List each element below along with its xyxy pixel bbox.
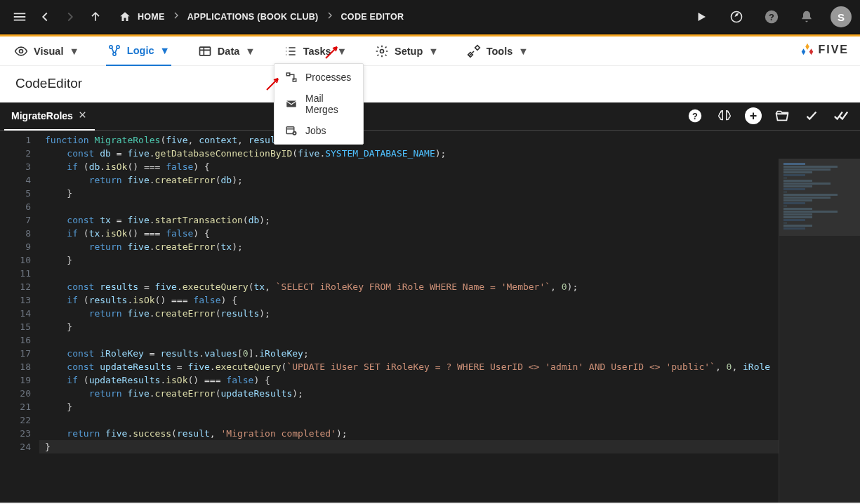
svg-point-14 bbox=[293, 133, 295, 134]
dropdown-label: Jobs bbox=[305, 125, 326, 136]
svg-rect-9 bbox=[286, 73, 290, 76]
help-icon[interactable]: ? bbox=[760, 6, 783, 28]
editor-tabs: MigrateRoles ? + bbox=[0, 102, 860, 131]
menu-label: Data bbox=[218, 46, 239, 57]
eye-icon bbox=[14, 44, 28, 58]
help-icon[interactable]: ? bbox=[686, 107, 704, 125]
page-title: CodeEditor bbox=[0, 66, 860, 102]
up-icon[interactable] bbox=[84, 6, 107, 28]
breadcrumb-applications[interactable]: APPLICATIONS (BOOK CLUB) bbox=[187, 12, 319, 22]
tab-label: MigrateRoles bbox=[11, 110, 73, 121]
code-content[interactable]: function MigrateRoles(five, context, res… bbox=[39, 131, 860, 503]
caret-down-icon: ▼ bbox=[245, 46, 255, 57]
dropdown-item-mail-merges[interactable]: Mail Merges bbox=[274, 91, 363, 117]
forward-icon bbox=[59, 6, 81, 28]
menu-label: Tasks bbox=[303, 46, 331, 57]
avatar[interactable]: S bbox=[831, 6, 852, 27]
menu-visual[interactable]: Visual ▼ bbox=[13, 37, 81, 66]
logo: FIVE bbox=[800, 42, 849, 58]
menu-label: Visual bbox=[34, 46, 63, 57]
close-icon[interactable] bbox=[77, 110, 88, 122]
caret-down-icon: ▼ bbox=[428, 46, 438, 57]
line-gutter: 123456789101112131415161718192021222324 bbox=[0, 131, 39, 503]
svg-point-3 bbox=[20, 49, 23, 53]
add-button[interactable]: + bbox=[745, 107, 762, 124]
breadcrumb-home[interactable]: HOME bbox=[138, 12, 165, 22]
menu-tools[interactable]: Tools ▼ bbox=[465, 37, 530, 66]
menu-tasks[interactable]: Tasks ▼ bbox=[282, 37, 348, 66]
process-icon bbox=[284, 71, 298, 84]
list-icon bbox=[284, 44, 298, 58]
caret-down-icon: ▼ bbox=[337, 46, 347, 57]
caret-down-icon: ▼ bbox=[69, 46, 79, 57]
editor-actions: ? + bbox=[686, 107, 850, 125]
menu-logic[interactable]: Logic ▼ bbox=[106, 37, 171, 66]
svg-point-8 bbox=[381, 49, 384, 53]
gear-icon bbox=[375, 44, 389, 58]
explore-icon[interactable] bbox=[725, 6, 748, 28]
caret-down-icon: ▼ bbox=[518, 46, 528, 57]
chevron-right-icon bbox=[324, 10, 336, 24]
breadcrumb-code-editor[interactable]: CODE EDITOR bbox=[341, 12, 404, 22]
wrench-icon bbox=[467, 44, 481, 58]
back-icon[interactable] bbox=[34, 6, 56, 28]
minimap[interactable] bbox=[779, 159, 860, 503]
brain-icon[interactable] bbox=[715, 107, 734, 125]
dropdown-item-jobs[interactable]: Jobs bbox=[274, 117, 363, 144]
menu-label: Tools bbox=[487, 46, 513, 57]
logo-icon bbox=[800, 42, 815, 58]
run-icon[interactable] bbox=[690, 6, 713, 28]
menu-label: Logic bbox=[127, 45, 154, 56]
open-icon[interactable] bbox=[773, 107, 791, 125]
flow-icon bbox=[107, 44, 121, 58]
svg-point-4 bbox=[110, 45, 112, 48]
menu-setup[interactable]: Setup ▼ bbox=[373, 37, 440, 66]
check-icon[interactable] bbox=[802, 107, 821, 125]
table-icon bbox=[198, 44, 212, 58]
mail-icon bbox=[284, 98, 298, 110]
calendar-gear-icon bbox=[284, 124, 298, 137]
menu-label: Setup bbox=[395, 46, 423, 57]
svg-rect-11 bbox=[286, 101, 296, 107]
topbar: HOME APPLICATIONS (BOOK CLUB) CODE EDITO… bbox=[0, 0, 860, 34]
menu-data[interactable]: Data ▼ bbox=[197, 37, 257, 66]
svg-text:?: ? bbox=[769, 12, 774, 22]
menubar: Visual ▼ Logic ▼ Data ▼ Tasks ▼ Setup ▼ … bbox=[0, 37, 860, 66]
caret-down-icon: ▼ bbox=[159, 45, 169, 56]
svg-point-5 bbox=[117, 45, 119, 48]
editor-tab[interactable]: MigrateRoles bbox=[4, 102, 95, 131]
svg-rect-7 bbox=[199, 47, 210, 55]
logo-text: FIVE bbox=[818, 44, 849, 56]
editor: MigrateRoles ? + 12345678910111213141516… bbox=[0, 102, 860, 503]
hamburger-icon[interactable] bbox=[8, 6, 31, 28]
code-area[interactable]: 123456789101112131415161718192021222324 … bbox=[0, 131, 860, 503]
tasks-dropdown: Processes Mail Merges Jobs bbox=[274, 63, 364, 145]
chevron-right-icon bbox=[171, 10, 182, 24]
breadcrumb: HOME APPLICATIONS (BOOK CLUB) CODE EDITO… bbox=[118, 6, 404, 28]
dropdown-item-processes[interactable]: Processes bbox=[274, 64, 363, 91]
dropdown-label: Mail Merges bbox=[305, 93, 353, 115]
check-all-icon[interactable] bbox=[832, 107, 850, 125]
svg-text:?: ? bbox=[692, 111, 698, 121]
dropdown-label: Processes bbox=[305, 72, 351, 83]
svg-point-0 bbox=[732, 12, 742, 22]
bell-icon[interactable] bbox=[795, 6, 818, 28]
home-icon[interactable] bbox=[118, 6, 132, 28]
